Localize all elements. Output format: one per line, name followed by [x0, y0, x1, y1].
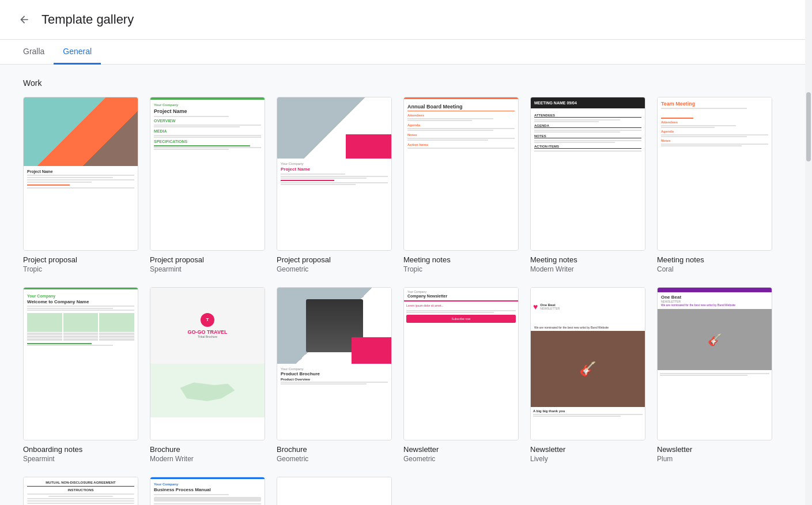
- card-sub-meeting-coral: Coral: [657, 265, 772, 273]
- card-sub-onboard: Spearmint: [23, 455, 138, 463]
- card-name-brochure-mw: Brochure: [150, 445, 265, 454]
- card-sub-meeting-tropic: Tropic: [403, 265, 519, 273]
- template-card-newsletter-plum[interactable]: One Beat NEWSLETTER We are nominated for…: [657, 287, 772, 463]
- card-name-meeting-coral: Meeting notes: [657, 255, 772, 264]
- template-card-consulting[interactable]: ✿ Consulting Agreement Template Consulti…: [277, 477, 392, 505]
- scrollbar[interactable]: [805, 0, 812, 505]
- card-name-project-spearmint: Project proposal: [150, 255, 265, 264]
- template-grid-row-3: MUTUAL NON-DISCLOSURE AGREEMENT INSTRUCT…: [23, 477, 772, 505]
- tab-gralla[interactable]: Gralla: [14, 40, 54, 65]
- template-grid-row-1: Project Name Project proposal Tropic: [23, 97, 772, 273]
- template-card-project-tropic[interactable]: Project Name Project proposal Tropic: [23, 97, 138, 273]
- template-card-brochure-geo[interactable]: Your Company Product Brochure Product Ov…: [277, 287, 392, 463]
- card-name-newsletter-lively: Newsletter: [530, 445, 645, 454]
- card-sub-brochure-mw: Modern Writer: [150, 455, 265, 463]
- card-sub-newsletter-plum: Plum: [657, 455, 772, 463]
- template-card-newsletter-geo[interactable]: Your Company Company Newsletter Lorem ip…: [403, 287, 519, 463]
- template-card-brochure-mw[interactable]: T GO-GO TRAVEL Tribal Brochure Brochure …: [150, 287, 265, 463]
- template-card-onboard[interactable]: Your Company Welcome to Company Name: [23, 287, 138, 463]
- template-grid-row-2: Your Company Welcome to Company Name: [23, 287, 772, 463]
- card-name-meeting-tropic: Meeting notes: [403, 255, 519, 264]
- card-name-project-geo: Project proposal: [277, 255, 392, 264]
- page-header: Template gallery: [0, 0, 812, 40]
- card-name-meeting-modern: Meeting notes: [530, 255, 645, 264]
- card-sub-brochure-geo: Geometric: [277, 455, 392, 463]
- back-icon: [18, 14, 30, 25]
- scrollbar-thumb[interactable]: [806, 92, 811, 161]
- template-card-project-spearmint[interactable]: Your Company Project Name OVERVIEW MEDIA…: [150, 97, 265, 273]
- back-button[interactable]: [14, 9, 35, 30]
- card-name-newsletter-geo: Newsletter: [403, 445, 519, 454]
- template-card-business[interactable]: Your Company Business Process Manual B: [150, 477, 265, 505]
- template-card-meeting-coral[interactable]: Team Meeting Attendees Agenda Notes: [657, 97, 772, 273]
- card-name-onboard: Onboarding notes: [23, 445, 138, 454]
- template-card-meeting-tropic[interactable]: Annual Board Meeting Attendees Agenda No…: [403, 97, 519, 273]
- tab-bar: Gralla General: [0, 40, 812, 65]
- card-sub-newsletter-geo: Geometric: [403, 455, 519, 463]
- template-card-nda[interactable]: MUTUAL NON-DISCLOSURE AGREEMENT INSTRUCT…: [23, 477, 138, 505]
- card-sub-meeting-modern: Modern Writer: [530, 265, 645, 273]
- template-card-project-geo[interactable]: Your Company Project Name Project propos…: [277, 97, 392, 273]
- card-name-newsletter-plum: Newsletter: [657, 445, 772, 454]
- section-title-work: Work: [23, 78, 772, 88]
- card-sub-project-tropic: Tropic: [23, 265, 138, 273]
- tab-general[interactable]: General: [54, 40, 101, 65]
- card-sub-project-spearmint: Spearmint: [150, 265, 265, 273]
- template-card-meeting-modern[interactable]: MEETING NAME 09/04 ATTENDEES AGENDA NOTE…: [530, 97, 645, 273]
- card-name-project-tropic: Project proposal: [23, 255, 138, 264]
- page-title: Template gallery: [41, 12, 134, 27]
- content-area: Work Project Name Pro: [0, 65, 795, 505]
- card-sub-project-geo: Geometric: [277, 265, 392, 273]
- card-sub-newsletter-lively: Lively: [530, 455, 645, 463]
- card-name-brochure-geo: Brochure: [277, 445, 392, 454]
- template-card-newsletter-lively[interactable]: ♥ One Beat NEWSLETTER We are nominated f…: [530, 287, 645, 463]
